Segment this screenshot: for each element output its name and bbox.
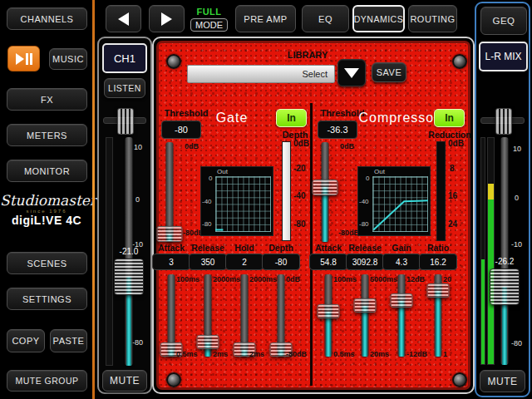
tab-preamp[interactable]: PRE AMP [235, 5, 296, 32]
gate-transfer-graph: Out 0 -40 -80 [200, 166, 273, 236]
gate-depth-label: Depth [256, 243, 306, 253]
play-pause-button[interactable] [7, 46, 40, 71]
copy-button[interactable]: COPY [7, 329, 45, 352]
comp-release-slider[interactable] [352, 274, 378, 357]
full-mode-state: FULL [196, 7, 221, 17]
gate-hold-slider[interactable] [231, 274, 258, 357]
gate-depth-max: 0dB [286, 275, 300, 283]
library-select[interactable]: Select [187, 65, 335, 83]
comp-gain-slider[interactable] [388, 274, 415, 357]
dropdown-arrow-icon [344, 68, 359, 78]
graph-ytick: -80 [359, 220, 369, 228]
gate-release-value: 350 [189, 254, 227, 270]
gate-depth-slider[interactable] [268, 274, 294, 357]
next-channel-button[interactable] [149, 5, 185, 32]
gate-in-button[interactable]: In [276, 109, 307, 127]
gate-curve [215, 176, 271, 232]
gate-hold-value: 2 [225, 254, 264, 270]
comp-gain-max: 12dB [406, 275, 425, 283]
sidebar-item-monitor[interactable]: MONITOR [7, 160, 87, 182]
sidebar-item-meters[interactable]: METERS [7, 124, 87, 146]
channel-mute-button[interactable]: MUTE [102, 370, 147, 392]
gate-title: Gate [190, 111, 273, 126]
sidebar-item-settings[interactable]: SETTINGS [7, 288, 87, 310]
gate-depth-tick: -40 [293, 191, 305, 200]
master-fader[interactable]: -26.2 [490, 137, 520, 365]
screw-icon [452, 54, 467, 69]
tab-dynamics[interactable]: DYNAMICS [352, 5, 405, 32]
save-button[interactable]: SAVE [372, 62, 406, 82]
comp-ratio-value: 16.2 [419, 254, 457, 270]
mixer-app: CHANNELS MUSIC FX METERS MONITOR Studiom… [0, 0, 532, 399]
sidebar-item-music[interactable]: MUSIC [49, 48, 87, 70]
comp-ratio-max: 20 [443, 275, 451, 283]
master-name-button[interactable]: L-R MIX [479, 42, 528, 71]
full-mode-toggle[interactable]: FULL MODE [190, 3, 228, 34]
comp-in-button[interactable]: In [434, 109, 465, 127]
graph-ytick: -40 [359, 198, 369, 205]
comp-threshold-slider[interactable] [312, 142, 338, 242]
comp-release-value: 3092.8 [346, 254, 384, 270]
channel-fader-value: -21.0 [120, 247, 139, 256]
mute-group-button[interactable]: MUTE GROUP [7, 370, 87, 392]
gate-threshold-max-tick: 0dB [185, 142, 199, 150]
channel-name-button[interactable]: CH1 [102, 43, 147, 73]
graph-out-label: Out [374, 168, 385, 175]
graph-out-label: Out [217, 168, 228, 175]
gate-depth-tick: -80 [293, 219, 305, 229]
graph-ytick: -40 [202, 198, 212, 205]
play-pause-icon [16, 53, 32, 65]
gate-depth-tick: -20 [293, 164, 305, 173]
comp-threshold-min-tick: -80dB [338, 229, 359, 237]
prev-channel-button[interactable] [106, 5, 141, 32]
sidebar-item-channels[interactable]: CHANNELS [7, 7, 87, 30]
tab-routing[interactable]: ROUTING [408, 5, 457, 32]
screw-icon [452, 372, 467, 387]
compressor-curve [372, 176, 428, 232]
gate-release-min: 2ms [213, 350, 228, 358]
gate-depth-value: -80 [262, 254, 300, 270]
gate-depth-min: -80dB [286, 350, 307, 358]
geq-button[interactable]: GEQ [480, 7, 527, 35]
comp-ratio-label: Ratio [413, 243, 463, 253]
gate-release-slider[interactable] [195, 274, 221, 357]
master-pan-knob[interactable] [495, 108, 512, 135]
gate-depth-tick: 0dB [293, 139, 309, 148]
listen-button[interactable]: LISTEN [104, 78, 145, 98]
sidebar-item-fx[interactable]: FX [7, 88, 87, 111]
channel-strip: CH1 LISTEN 10 0 -10 -80 -21.0 MUTE [97, 37, 152, 394]
comp-reduction-tick: 8 [450, 164, 455, 173]
channel-fader[interactable]: -21.0 [114, 137, 144, 366]
comp-reduction-meter [436, 141, 446, 241]
gate-hold-min: 2ms [249, 350, 264, 358]
product-name: digiL!VE 4C [0, 214, 93, 227]
pan-knob[interactable] [117, 108, 134, 135]
master-mute-button[interactable]: MUTE [480, 370, 525, 392]
tab-eq[interactable]: EQ [302, 5, 349, 32]
sidebar-item-scenes[interactable]: SCENES [7, 252, 87, 274]
graph-ytick: -80 [202, 220, 212, 228]
sidebar-accent-divider [92, 0, 95, 399]
screw-icon [166, 54, 181, 69]
paste-button[interactable]: PASTE [50, 329, 87, 352]
mode-label: MODE [190, 18, 228, 32]
gate-attack-slider[interactable] [158, 274, 185, 357]
arrow-right-icon [161, 12, 172, 26]
comp-ratio-min: 1 [443, 350, 447, 358]
gate-attack-value: 3 [152, 254, 190, 270]
comp-reduction-tick: 0dB [448, 139, 464, 148]
comp-reduction-tick: 24 [448, 219, 457, 229]
master-fader-cap[interactable] [490, 268, 520, 305]
gate-depth-meter [282, 141, 291, 241]
comp-attack-slider[interactable] [315, 274, 342, 357]
library-dropdown-button[interactable] [337, 59, 366, 86]
brand-logo: Studiomaster since 1976 digiL!VE 4C [0, 192, 93, 227]
master-level-meter-left [480, 137, 485, 365]
channel-fader-cap[interactable] [114, 259, 144, 295]
comp-threshold-max-tick: 0dB [340, 142, 354, 150]
screw-icon [166, 372, 181, 387]
comp-release-min: 20ms [370, 350, 389, 358]
gate-threshold-slider[interactable] [156, 142, 183, 242]
dynamics-panel: LIBRARY Select SAVE Threshold -80 0dB -8… [152, 37, 475, 394]
comp-ratio-slider[interactable] [425, 274, 451, 357]
